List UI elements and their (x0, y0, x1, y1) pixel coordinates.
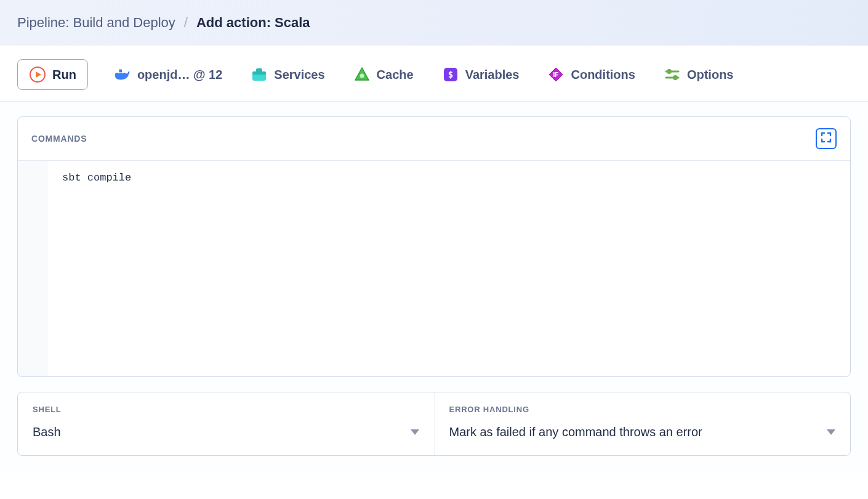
expand-button[interactable] (816, 128, 837, 149)
svg-point-16 (667, 69, 672, 74)
shell-select[interactable]: Bash (33, 425, 419, 439)
breadcrumb-separator: / (184, 15, 188, 31)
error-handling-select[interactable]: Mark as failed if any command throws an … (449, 425, 836, 439)
svg-text:IF: IF (553, 71, 559, 78)
conditions-icon: IF (547, 66, 565, 83)
tab-options-label: Options (687, 68, 734, 82)
tab-openjdk-label: openjd… @ 12 (137, 68, 222, 82)
svg-text:$: $ (448, 70, 452, 79)
chevron-down-icon (827, 429, 835, 435)
svg-rect-8 (256, 68, 262, 72)
tab-services-label: Services (274, 68, 324, 82)
code-editor[interactable]: sbt compile (18, 161, 850, 376)
svg-point-18 (673, 75, 678, 80)
tab-bar: Run openjd… @ 12 Services Cache $ Variab… (0, 46, 868, 102)
shell-value: Bash (33, 425, 61, 439)
chevron-down-icon (411, 429, 419, 435)
commands-header: COMMANDS (18, 117, 850, 161)
tab-conditions-label: Conditions (571, 68, 635, 82)
run-icon (29, 66, 46, 83)
options-icon (664, 66, 681, 83)
tab-run[interactable]: Run (17, 59, 88, 90)
error-handling-label: ERROR HANDLING (449, 405, 836, 414)
expand-icon (820, 131, 832, 146)
commands-label: COMMANDS (31, 134, 87, 144)
tab-options[interactable]: Options (661, 62, 736, 87)
tab-variables[interactable]: $ Variables (440, 62, 522, 87)
breadcrumb-current: Add action: Scala (196, 15, 310, 31)
tab-openjdk[interactable]: openjd… @ 12 (111, 62, 225, 87)
svg-rect-5 (119, 70, 122, 73)
content-area: COMMANDS sbt compile SHELL Bash ERROR HA… (0, 102, 868, 471)
shell-cell: SHELL Bash (18, 392, 434, 455)
tab-variables-label: Variables (465, 68, 520, 82)
services-icon (251, 66, 268, 83)
cache-icon (353, 66, 371, 83)
editor-code: sbt compile (47, 161, 850, 376)
tab-run-label: Run (52, 68, 76, 82)
shell-label: SHELL (33, 405, 419, 414)
error-handling-cell: ERROR HANDLING Mark as failed if any com… (434, 392, 851, 455)
tab-services[interactable]: Services (248, 62, 327, 87)
tab-cache[interactable]: Cache (351, 62, 416, 87)
commands-panel: COMMANDS sbt compile (17, 116, 851, 377)
svg-point-10 (360, 74, 364, 78)
variables-icon: $ (442, 66, 459, 83)
error-handling-value: Mark as failed if any command throws an … (449, 425, 702, 439)
tab-conditions[interactable]: IF Conditions (545, 62, 637, 87)
tab-cache-label: Cache (377, 68, 414, 82)
settings-row: SHELL Bash ERROR HANDLING Mark as failed… (17, 392, 851, 456)
breadcrumb-parent[interactable]: Pipeline: Build and Deploy (17, 15, 175, 31)
docker-icon (114, 66, 131, 83)
editor-gutter (18, 161, 47, 376)
breadcrumb: Pipeline: Build and Deploy / Add action:… (0, 0, 868, 46)
